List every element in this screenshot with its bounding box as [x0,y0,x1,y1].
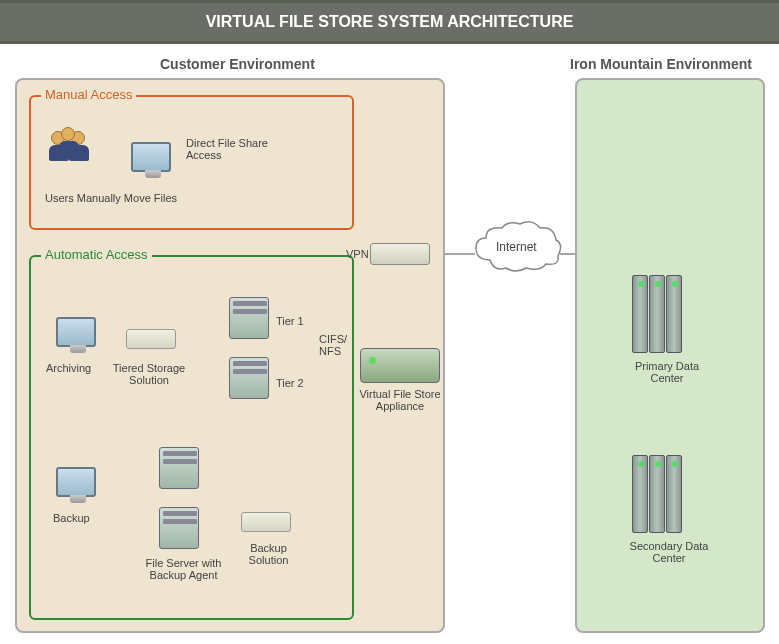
internet-label: Internet [496,240,537,254]
cifs-nfs-label: CIFS/ NFS [319,333,355,357]
diagram-canvas: Customer Environment Iron Mountain Envir… [0,48,779,638]
tier1-server-icon [229,297,269,339]
tiered-storage-icon [126,329,176,349]
archiving-label: Archiving [46,362,91,374]
internet-cloud-icon: Internet [470,218,565,278]
backup-solution-label: Backup Solution [241,542,296,566]
direct-share-label: Direct File Share Access [186,137,286,161]
vpn-label: VPN [346,248,369,260]
customer-section-title: Customer Environment [160,56,315,72]
backup-solution-icon [241,512,291,532]
users-label: Users Manually Move Files [45,192,177,204]
archiving-monitor-icon [56,317,96,347]
manual-access-box: Manual Access Users Manually Move Files … [29,95,354,230]
appliance-label: Virtual File Store Appliance [355,388,445,412]
vpn-device-icon [370,243,430,265]
page-title: VIRTUAL FILE STORE SYSTEM ARCHITECTURE [0,0,779,44]
automatic-access-title: Automatic Access [41,247,152,262]
fileserver2-icon [159,507,199,549]
backup-label: Backup [53,512,90,524]
iron-section-title: Iron Mountain Environment [570,56,752,72]
manual-access-title: Manual Access [41,87,136,102]
iron-mountain-box: Primary Data Center Secondary Data Cente… [575,78,765,633]
secondary-dc-rack-icon [632,455,687,535]
users-icon [51,127,96,172]
primary-dc-label: Primary Data Center [627,360,707,384]
primary-dc-rack-icon [632,275,687,355]
tier2-server-icon [229,357,269,399]
fileserver-label: File Server with Backup Agent [136,557,231,581]
tier1-label: Tier 1 [276,315,304,327]
monitor-icon [131,142,171,172]
tiered-label: Tiered Storage Solution [109,362,189,386]
vfs-appliance-icon [360,348,440,383]
automatic-access-box: Automatic Access Archiving Tiered Storag… [29,255,354,620]
fileserver1-icon [159,447,199,489]
backup-monitor-icon [56,467,96,497]
secondary-dc-label: Secondary Data Center [624,540,714,564]
tier2-label: Tier 2 [276,377,304,389]
